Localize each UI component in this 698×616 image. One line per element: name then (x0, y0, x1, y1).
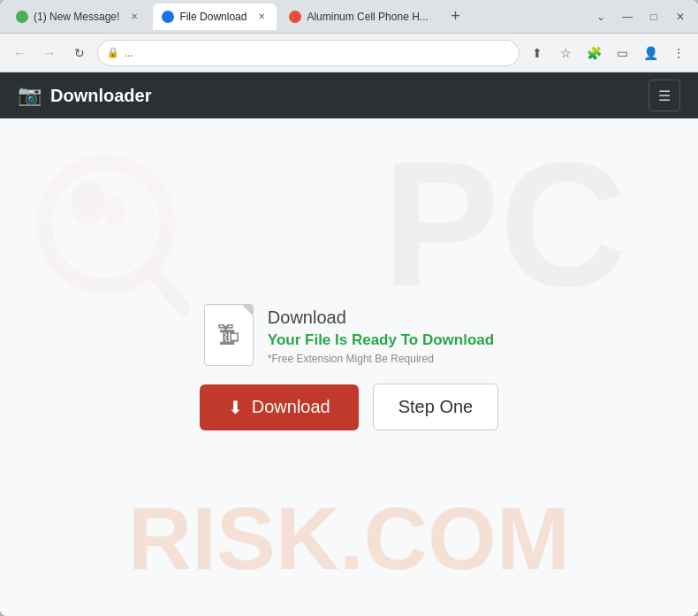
forward-button[interactable]: → (37, 41, 62, 65)
browser-window: (1) New Message! ✕ File Download ✕ Alumi… (0, 0, 698, 616)
file-fold (242, 305, 253, 316)
file-info-row: 🗜 Download Your File Is Ready To Downloa… (204, 304, 494, 366)
back-button[interactable]: ← (7, 41, 32, 65)
file-ready-text: Your File Is Ready To Download (268, 331, 494, 349)
tab-close-3[interactable]: ✕ (437, 11, 440, 23)
new-tab-button[interactable]: + (443, 4, 467, 29)
svg-point-0 (44, 163, 168, 286)
maximize-button[interactable]: □ (643, 6, 664, 27)
address-bar: ← → ↻ 🔒 ... ⬆ ☆ 🧩 ▭ 👤 ⋮ (0, 34, 698, 72)
file-icon: 🗜 (204, 304, 254, 366)
svg-point-1 (57, 176, 155, 273)
lock-icon: 🔒 (107, 47, 119, 58)
star-icon[interactable]: ☆ (553, 41, 578, 65)
magnifier-watermark (35, 154, 194, 334)
svg-line-4 (150, 269, 184, 308)
file-title: Download (268, 308, 494, 328)
hamburger-menu-button[interactable]: ☰ (649, 80, 680, 111)
close-button[interactable]: ✕ (670, 6, 691, 27)
risk-watermark: RISK.COM (128, 488, 570, 589)
profile-icon[interactable]: 👤 (638, 41, 663, 65)
file-note: *Free Extension Might Be Required (268, 353, 494, 365)
tab-new-message[interactable]: (1) New Message! ✕ (7, 4, 149, 30)
download-button[interactable]: ⬇ Download (200, 384, 359, 430)
reload-button[interactable]: ↻ (67, 41, 92, 65)
step-one-button[interactable]: Step One (373, 384, 499, 430)
tab-label-2: File Download (179, 11, 247, 23)
share-icon[interactable]: ⬆ (525, 41, 550, 65)
app-header: 📷 Downloader ☰ (0, 72, 698, 118)
pc-watermark: PC (382, 136, 627, 313)
cast-icon[interactable]: ▭ (610, 41, 634, 65)
chevron-down-icon[interactable]: ⌄ (590, 6, 611, 27)
tab-close-1[interactable]: ✕ (128, 11, 140, 23)
minimize-button[interactable]: — (617, 6, 638, 27)
download-card: 🗜 Download Your File Is Ready To Downloa… (200, 304, 498, 430)
tab-aluminum[interactable]: Aluminum Cell Phone H... ✕ (280, 4, 439, 30)
tab-file-download[interactable]: File Download ✕ (153, 4, 277, 30)
menu-icon[interactable]: ⋮ (666, 41, 691, 65)
file-text-info: Download Your File Is Ready To Download … (268, 304, 494, 365)
zip-icon: 🗜 (217, 322, 240, 349)
title-bar-controls: ⌄ — □ ✕ (590, 6, 691, 27)
app-title-text: Downloader (50, 86, 151, 106)
step-one-label: Step One (398, 397, 474, 416)
svg-point-2 (71, 180, 106, 224)
tab-favicon-3 (289, 11, 301, 23)
tab-label-3: Aluminum Cell Phone H... (307, 11, 428, 23)
hamburger-icon: ☰ (658, 87, 671, 104)
download-btn-label: Download (252, 397, 330, 417)
buttons-row: ⬇ Download Step One (200, 384, 498, 430)
camera-icon: 📷 (18, 84, 42, 107)
download-arrow-icon: ⬇ (228, 397, 243, 418)
toolbar-icons: ⬆ ☆ 🧩 ▭ 👤 ⋮ (525, 41, 691, 65)
tab-favicon-1 (16, 11, 28, 23)
main-content: PC RISK.COM 🗜 Download Your File Is Read… (0, 118, 698, 616)
app-title: 📷 Downloader (18, 84, 151, 107)
extension-icon[interactable]: 🧩 (581, 41, 606, 65)
svg-point-3 (104, 197, 125, 225)
url-text: ... (125, 47, 510, 59)
title-bar: (1) New Message! ✕ File Download ✕ Alumi… (0, 0, 698, 34)
tab-close-2[interactable]: ✕ (255, 11, 268, 23)
tab-label-1: (1) New Message! (34, 11, 119, 23)
url-bar[interactable]: 🔒 ... (97, 40, 520, 66)
tab-favicon-2 (162, 11, 174, 23)
